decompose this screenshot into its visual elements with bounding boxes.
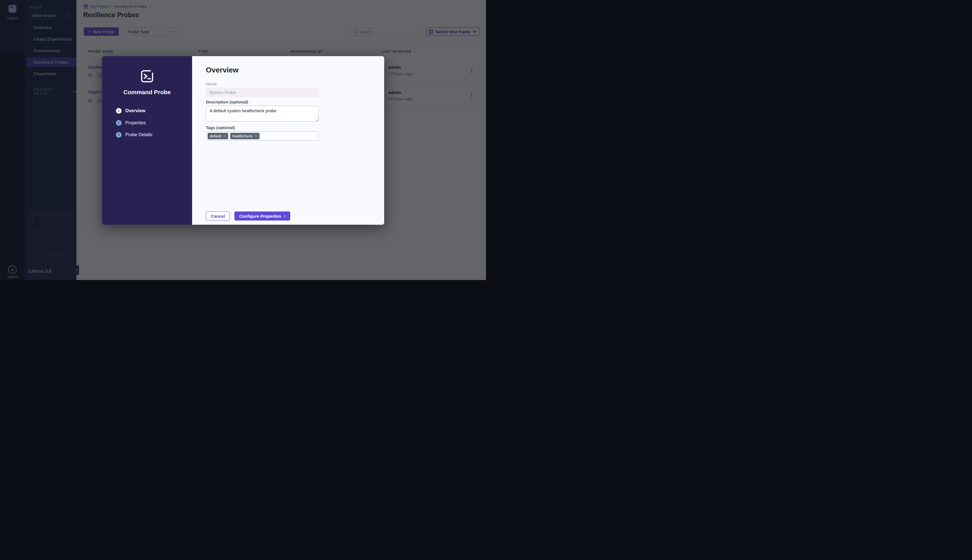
tag-chip: default ✕ [208,133,228,139]
wizard-step-properties[interactable]: 2 Properties [116,120,146,126]
wizard-step-overview[interactable]: 1 Overview [116,108,145,113]
probe-wizard-modal: Command Probe 1 Overview 2 Properties 3 … [102,56,384,225]
description-textarea[interactable]: A default system healthcheck probe [206,106,319,122]
name-input[interactable] [206,88,319,97]
probe-type-title: Command Probe [102,89,192,96]
close-icon[interactable]: ✕ [255,134,257,138]
step-number: 2 [116,120,122,126]
wizard-stepper-panel: Command Probe 1 Overview 2 Properties 3 … [102,56,192,225]
wizard-step-probe-details[interactable]: 3 Probe Details [116,132,152,138]
form-title: Overview [206,66,238,75]
tags-label: Tags (optional) [206,125,235,130]
tag-chip: healthcheck ✕ [230,133,260,139]
tags-input[interactable]: default ✕ healthcheck ✕ [206,132,319,140]
close-icon[interactable]: ✕ [223,134,226,138]
step-number: 1 [116,108,122,113]
step-number: 3 [116,132,122,138]
configure-properties-button[interactable]: Configure Properties › [234,212,290,220]
description-label: Description (optional) [206,100,248,104]
cancel-button[interactable]: Cancel [206,212,230,220]
terminal-icon [140,69,155,85]
chevron-right-icon: › [284,213,285,219]
name-label: Name [206,82,217,86]
wizard-form-panel: Overview Name Description (optional) A d… [192,56,384,225]
